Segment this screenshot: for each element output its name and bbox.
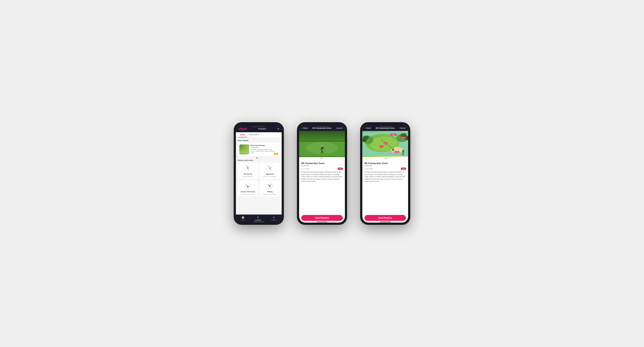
svg-point-16 xyxy=(268,166,269,167)
phone2-title: 6ft Conversion Zone xyxy=(312,127,331,129)
svg-point-72 xyxy=(366,136,369,139)
skill-desc-approach: Dial-in to hit the green xyxy=(263,176,276,177)
svg-point-63 xyxy=(321,146,323,146)
img-dot-3-2 xyxy=(386,158,386,159)
back-button-3[interactable]: < Back xyxy=(365,127,371,129)
clock-icon-3: ⏱ xyxy=(364,168,366,170)
drill-detail-title: 6ft Conversion Zone xyxy=(301,162,343,165)
svg-point-35 xyxy=(271,188,272,189)
favourite-button[interactable]: ♡ xyxy=(340,160,343,163)
svg-line-31 xyxy=(270,184,272,186)
image-dots xyxy=(299,157,345,160)
nav-activities[interactable]: 🏃 Activities xyxy=(255,216,261,221)
svg-rect-79 xyxy=(393,147,394,150)
putting-icon xyxy=(266,182,274,190)
phone3-header: < Back 6ft Conversion Zone Cancel xyxy=(362,124,408,131)
skill-putting[interactable]: Putting Make and lag practice xyxy=(260,180,280,197)
phone-1-screen: clippd Practice ≡ Drills Favourites Most… xyxy=(236,124,282,223)
clock-icon-2: ⏱ xyxy=(301,168,303,170)
favourite-button-3[interactable]: ♡ xyxy=(404,160,406,163)
golf-map-svg: Miss Hit FAIRWAY ROUGH SAND xyxy=(362,131,408,157)
capture-icon: ⊕ xyxy=(273,216,275,219)
menu-icon[interactable]: ≡ xyxy=(278,127,279,130)
shots-count-3: ⏱ 20 shots xyxy=(364,168,373,170)
svg-point-19 xyxy=(244,183,251,189)
svg-line-15 xyxy=(270,168,271,170)
svg-point-26 xyxy=(250,186,250,187)
cancel-button[interactable]: Cancel xyxy=(336,127,342,129)
drill-detail-title-3: 6ft Conversion Zone xyxy=(364,162,406,165)
off-tee-icon xyxy=(244,164,252,172)
svg-point-33 xyxy=(268,184,269,185)
skill-off-the-tee[interactable]: Off The Tee Power accuracy xyxy=(238,163,258,179)
carousel-dots xyxy=(238,157,280,158)
dot-3 xyxy=(260,157,262,158)
ott-badge: OTT xyxy=(274,153,278,155)
skill-desc-putting: Make and lag practice xyxy=(263,194,276,195)
phone3-title: 6ft Conversion Zone xyxy=(376,127,394,129)
skill-name-putting: Putting xyxy=(267,191,272,193)
drill-photo xyxy=(299,131,345,157)
phone1-header: clippd Practice ≡ xyxy=(236,124,282,132)
app-logo: clippd xyxy=(238,127,247,131)
skill-name-atg: Around The Green xyxy=(241,191,255,193)
start-practice-button-3[interactable]: Start Practice xyxy=(364,215,406,221)
approach-icon xyxy=(266,164,274,172)
svg-point-34 xyxy=(271,184,272,185)
cancel-button-3[interactable]: Cancel xyxy=(400,127,406,129)
svg-point-7 xyxy=(247,166,248,167)
svg-point-9 xyxy=(248,170,249,170)
svg-text:ROUGH: ROUGH xyxy=(401,137,405,138)
img-dot-2 xyxy=(322,158,323,159)
img-dot-3-1 xyxy=(384,158,385,159)
tab-favourites[interactable]: Favourites xyxy=(247,132,260,138)
skill-desc-ott: Power accuracy xyxy=(243,176,253,177)
phone2-header: < Back 6ft Conversion Zone Cancel xyxy=(299,124,345,131)
phone-1: clippd Practice ≡ Drills Favourites Most… xyxy=(234,122,284,225)
nav-home[interactable]: 🏠 Home xyxy=(241,216,245,221)
skill-name-ott: Off The Tee xyxy=(244,173,252,175)
drill-description-detail: 20 shots are randomly generated at dista… xyxy=(301,171,343,183)
skill-name-approach: Approach xyxy=(266,173,274,175)
around-green-icon xyxy=(244,182,252,190)
phone-2-screen: < Back 6ft Conversion Zone Cancel xyxy=(299,124,345,223)
phone-2: < Back 6ft Conversion Zone Cancel xyxy=(297,122,347,225)
image-dots-3 xyxy=(362,157,408,160)
svg-point-90 xyxy=(402,150,404,152)
back-button[interactable]: < Back xyxy=(302,127,308,129)
most-popular-label: Most Popular xyxy=(238,139,280,141)
featured-drill-card[interactable]: Find The Fairway Off The Tee Create an i… xyxy=(238,143,280,156)
home-icon: 🏠 xyxy=(241,216,244,219)
svg-point-75 xyxy=(400,134,404,137)
tabs-row: Drills Favourites xyxy=(236,132,282,138)
arg-badge: ARG xyxy=(338,168,343,170)
shots-row: ⏱ 20 shots ARG xyxy=(301,168,343,170)
svg-text:SAND: SAND xyxy=(396,151,399,153)
phone-3-screen: < Back 6ft Conversion Zone Cancel xyxy=(362,124,408,223)
favourite-icon[interactable]: ♡ xyxy=(276,144,278,147)
bottom-nav: 🏠 Home 🏃 Activities ⊕ Capture xyxy=(236,214,282,223)
shots-row-3: ⏱ 20 shots ARG xyxy=(364,168,406,170)
drill-yardage: 10-50 yds xyxy=(301,165,343,167)
start-practice-button[interactable]: Start Practice xyxy=(301,215,343,221)
drill-map: Miss Hit FAIRWAY ROUGH SAND xyxy=(362,131,408,157)
explore-label: Explore skill areas xyxy=(238,159,280,161)
svg-point-17 xyxy=(271,167,272,168)
activities-icon: 🏃 xyxy=(256,216,260,219)
drill-yardage-3: 10-50 yds xyxy=(364,165,406,167)
svg-point-24 xyxy=(246,185,246,185)
svg-line-32 xyxy=(270,186,271,188)
nav-capture[interactable]: ⊕ Capture xyxy=(271,216,277,221)
shots-info: ⏱ 10 shots xyxy=(239,153,247,155)
dot-2 xyxy=(258,157,260,158)
trees-background xyxy=(299,131,345,141)
skill-desc-atg: Hone your short game xyxy=(241,194,254,195)
drill-description-detail-3: 20 shots are randomly generated at dista… xyxy=(364,171,406,183)
skill-approach[interactable]: Approach Dial-in to hit the green xyxy=(260,163,280,179)
drill-name: Find The Fairway xyxy=(250,144,275,147)
phones-container: clippd Practice ≡ Drills Favourites Most… xyxy=(234,122,410,225)
activities-label: Activities xyxy=(255,219,261,221)
skill-around-green[interactable]: Around The Green Hone your short game xyxy=(238,180,258,197)
shots-count: ⏱ 20 shots xyxy=(301,168,310,170)
tab-drills[interactable]: Drills xyxy=(238,132,247,138)
